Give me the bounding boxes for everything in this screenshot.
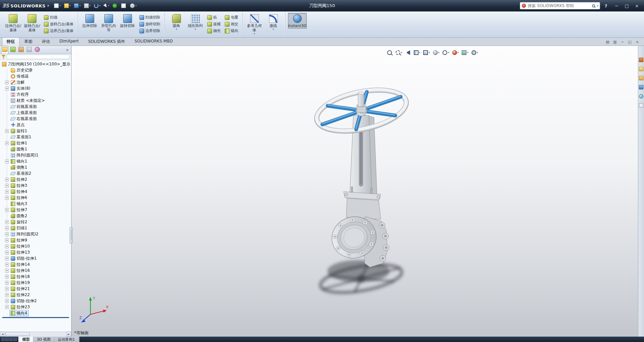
tree-item[interactable]: + 旋转1 — [0, 128, 71, 134]
expander-icon[interactable] — [5, 172, 9, 175]
commandmanager-tab[interactable]: DimXpert — [55, 37, 83, 46]
tree-item[interactable]: + 拉伸13 — [0, 249, 71, 255]
expander-icon[interactable] — [5, 166, 9, 169]
commandmanager-tab[interactable]: 草图 — [20, 37, 37, 46]
expander-icon[interactable]: + — [5, 141, 9, 145]
expander-icon[interactable]: + — [5, 263, 9, 266]
instant3d-button[interactable]: Instant3D — [288, 13, 307, 29]
dropdown-caret-icon[interactable]: ▾ — [448, 51, 449, 54]
tree-item[interactable]: + 实体(8) — [0, 85, 71, 91]
search-icon[interactable] — [592, 4, 595, 7]
expander-icon[interactable]: + — [5, 81, 9, 84]
tree-item[interactable]: + 拉伸2 — [0, 176, 71, 182]
rebuild-button[interactable] — [111, 2, 119, 9]
apply-scene-button[interactable]: ▾ — [461, 49, 469, 56]
expander-icon[interactable] — [5, 311, 9, 315]
tree-item[interactable]: + 拉伸18 — [0, 274, 71, 280]
tree-item[interactable]: 倒角1 — [0, 164, 71, 170]
undo-button[interactable]: ▾ — [92, 2, 102, 9]
expander-icon[interactable] — [5, 214, 9, 218]
minimize-document-button[interactable]: − — [619, 39, 626, 45]
dropdown-caret-icon[interactable]: ▾ — [135, 4, 137, 7]
filter-funnel-icon[interactable] — [2, 55, 5, 59]
dropdown-caret-icon[interactable]: ▾ — [70, 4, 71, 7]
swept-cut-button[interactable]: 扫描切除 — [138, 15, 161, 20]
expander-icon[interactable]: + — [5, 184, 9, 188]
dropdown-caret-icon[interactable]: ▾ — [176, 28, 177, 31]
select-button[interactable]: ▾ — [103, 3, 111, 9]
tree-item[interactable]: 圆角2 — [0, 213, 71, 219]
reference-geometry-button[interactable]: 参考几何体 ▾ — [245, 13, 264, 36]
tree-item[interactable]: 基准面2 — [0, 170, 71, 176]
dropdown-caret-icon[interactable]: ▾ — [99, 4, 101, 7]
tree-item[interactable]: 基准面1 — [0, 134, 71, 140]
tile-horizontal-button[interactable]: ▤ — [604, 39, 611, 45]
propertymanager-tab[interactable] — [9, 46, 17, 54]
tile-vertical-button[interactable]: ▥ — [612, 39, 618, 45]
swept-boss-button[interactable]: 扫描 — [43, 15, 75, 20]
dropdown-caret-icon[interactable]: ▾ — [79, 4, 81, 7]
expander-icon[interactable]: + — [5, 178, 9, 181]
commandmanager-tab[interactable]: SOLIDWORKS 插件 — [83, 37, 130, 46]
dropdown-caret-icon[interactable]: ▾ — [273, 28, 274, 31]
tree-item[interactable]: + 镜向1 — [0, 158, 71, 164]
dropdown-caret-icon[interactable]: ▾ — [467, 51, 468, 54]
expander-icon[interactable]: + — [5, 251, 9, 254]
file-explorer-tab[interactable] — [639, 76, 644, 82]
tree-item[interactable]: + 拉伸1 — [0, 140, 71, 146]
previous-view-button[interactable] — [404, 49, 412, 56]
hole-wizard-button[interactable]: 异型孔向导 — [99, 13, 118, 33]
curves-button[interactable]: 曲线 ▾ — [264, 13, 283, 36]
boundary-cut-button[interactable]: 边界切除 — [138, 28, 161, 34]
tree-item[interactable]: + 阵列(圆周)2 — [0, 231, 71, 237]
zoom-fit-button[interactable] — [386, 49, 394, 56]
expander-icon[interactable]: + — [5, 275, 9, 279]
split-button[interactable] — [9, 338, 13, 341]
tree-item[interactable]: 历史记录 — [0, 67, 71, 73]
options-button[interactable]: ▾ — [129, 2, 138, 9]
scroll-left-button[interactable]: ◀ — [0, 332, 5, 337]
tree-item[interactable]: + 切除-拉伸1 — [0, 255, 71, 261]
tree-item[interactable]: + 拉伸10 — [0, 243, 71, 249]
tree-item[interactable]: + 拉伸21 — [0, 286, 71, 292]
tree-item[interactable]: 原点 — [0, 122, 71, 128]
expander-icon[interactable]: + — [5, 293, 9, 297]
expander-icon[interactable] — [5, 105, 9, 109]
tree-item[interactable]: 前视基准面 — [0, 104, 71, 110]
linear-pattern-button[interactable]: 线性阵列 ▾ — [186, 13, 205, 31]
dropdown-caret-icon[interactable]: ▾ — [429, 51, 430, 54]
close-document-button[interactable]: × — [634, 39, 641, 45]
fillet-button[interactable]: 圆角 ▾ — [167, 13, 186, 31]
zoom-area-button[interactable]: ▾ — [395, 49, 403, 56]
mirror-button[interactable]: 镜向 — [224, 28, 239, 34]
expander-icon[interactable] — [5, 93, 9, 96]
revolved-cut-button[interactable]: 旋转切除 — [118, 13, 137, 33]
dimxpertmanager-tab[interactable] — [26, 46, 33, 54]
split-button[interactable] — [5, 338, 9, 341]
solidworks-resources-tab[interactable] — [639, 57, 644, 63]
expander-icon[interactable]: + — [5, 281, 9, 285]
open-button[interactable]: ▾ — [63, 2, 72, 9]
expander-icon[interactable] — [5, 135, 9, 139]
expander-icon[interactable]: + — [5, 245, 9, 248]
appearances-scenes-tab[interactable] — [639, 94, 644, 100]
split-button[interactable] — [14, 338, 17, 341]
tree-item[interactable]: + 注解 — [0, 79, 71, 85]
lofted-cut-button[interactable]: 放样切割 — [138, 21, 161, 27]
valve-3d-model[interactable] — [280, 80, 449, 309]
dropdown-caret-icon[interactable]: ▾ — [438, 51, 440, 54]
dropdown-caret-icon[interactable]: ▾ — [59, 4, 61, 7]
wrap-button[interactable]: 包覆 — [224, 15, 239, 20]
display-style-button[interactable]: ▾ — [432, 49, 441, 56]
document-tab[interactable]: 3D 视图 — [33, 337, 54, 342]
expander-icon[interactable]: + — [5, 129, 9, 133]
tree-filter-input[interactable] — [7, 55, 70, 59]
tree-item[interactable]: 圆角1 — [0, 146, 71, 152]
tree-item[interactable]: + 拉伸19 — [0, 280, 71, 286]
expander-icon[interactable]: + — [5, 196, 9, 200]
rollback-bar[interactable] — [2, 317, 69, 318]
search-box[interactable]: ▾ — [520, 2, 600, 9]
maximize-button[interactable]: ▢ — [622, 2, 632, 10]
file-properties-button[interactable] — [120, 2, 128, 9]
custom-properties-tab[interactable] — [639, 103, 644, 109]
